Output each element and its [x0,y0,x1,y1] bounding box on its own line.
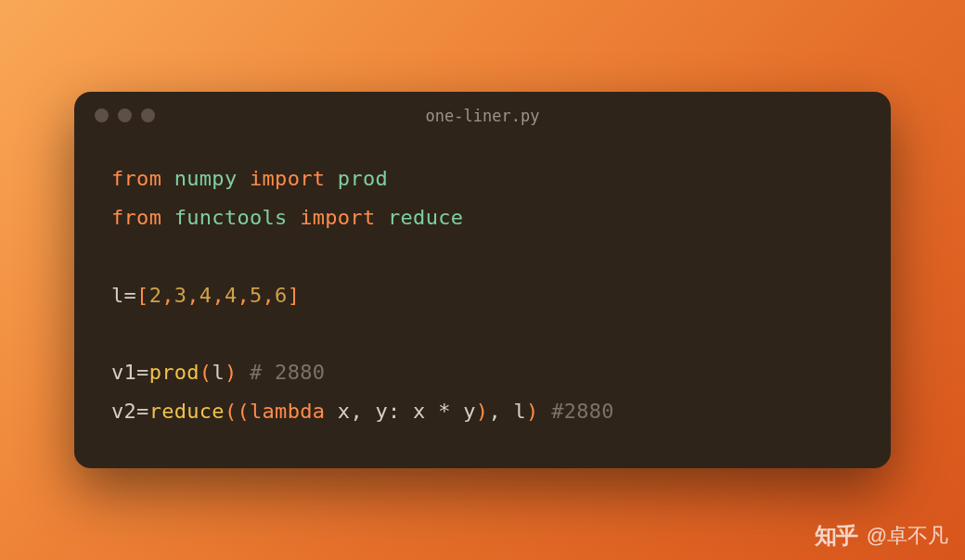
zhihu-logo-icon: 知乎 [815,521,857,551]
maximize-icon[interactable] [141,108,155,122]
keyword-from: from [111,206,161,229]
comma: , [212,284,225,307]
minimize-icon[interactable] [118,108,132,122]
paren: ( [237,400,250,423]
comment: # 2880 [250,361,325,384]
watermark-author: @卓不凡 [867,522,948,550]
argument: l [212,361,225,384]
import-name: reduce [388,206,463,229]
keyword-lambda: lambda [250,400,325,423]
comma: , [187,284,199,307]
operator: = [136,400,149,423]
variable: v2 [111,400,136,423]
number: 3 [174,284,187,307]
comma: , [488,400,513,423]
comma: , [237,284,250,307]
window-controls [95,108,155,122]
number: 6 [275,284,288,307]
lambda-body: y [451,400,476,423]
function-name: prod [149,361,199,384]
paren: ( [225,400,238,423]
titlebar: one-liner.py [74,92,891,132]
variable: l [111,284,124,307]
bracket: ] [288,284,301,307]
number: 2 [149,284,162,307]
function-name: reduce [149,400,225,423]
window-title: one-liner.py [74,107,891,125]
paren: ) [225,361,238,384]
code-block: from numpy import prod from functools im… [74,132,891,468]
operator: = [124,284,137,307]
operator: * [438,400,451,423]
close-icon[interactable] [95,108,109,122]
paren: ( [199,361,212,384]
lambda-args: x, y: x [325,400,438,423]
import-name: prod [338,167,388,190]
comma: , [263,284,276,307]
operator: = [136,361,149,384]
comment: #2880 [551,400,614,423]
variable: v1 [111,361,136,384]
number: 4 [225,284,238,307]
module-name: numpy [174,167,238,190]
bracket: [ [136,284,149,307]
keyword-import: import [250,167,325,190]
code-window: one-liner.py from numpy import prod from… [74,92,891,468]
keyword-from: from [111,167,161,190]
keyword-import: import [300,206,375,229]
number: 4 [199,284,212,307]
paren: ) [476,400,489,423]
watermark: 知乎 @卓不凡 [815,521,948,551]
number: 5 [250,284,263,307]
module-name: functools [174,206,288,229]
argument: l [513,400,526,423]
comma: , [161,284,174,307]
paren: ) [526,400,539,423]
